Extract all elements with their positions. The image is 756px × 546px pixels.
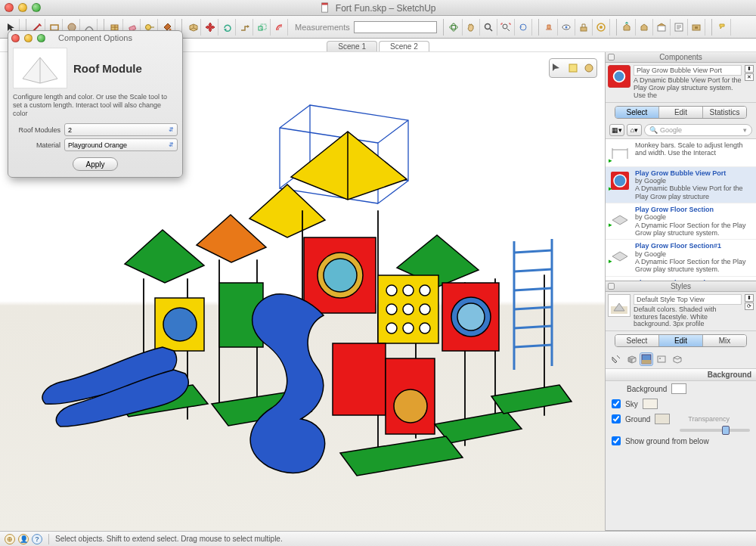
component-name-field[interactable]: Play Grow Bubble View Port bbox=[634, 65, 742, 76]
xray-icon[interactable] bbox=[551, 62, 563, 74]
svg-point-40 bbox=[386, 285, 397, 296]
modeling-settings-icon[interactable] bbox=[670, 352, 683, 366]
credits-icon[interactable]: 👤 bbox=[18, 534, 29, 544]
svg-rect-1 bbox=[322, 2, 328, 5]
face-settings-icon[interactable] bbox=[624, 352, 638, 366]
watermark-settings-icon[interactable] bbox=[655, 352, 668, 366]
components-tab-edit[interactable]: Edit bbox=[659, 107, 703, 118]
previous-view-tool[interactable] bbox=[516, 19, 532, 36]
background-color-swatch[interactable] bbox=[671, 383, 686, 394]
svg-point-51 bbox=[457, 303, 485, 330]
section-plane-tool[interactable] bbox=[593, 19, 610, 36]
svg-point-66 bbox=[614, 71, 625, 82]
svg-point-11 bbox=[452, 23, 456, 31]
status-hint: Select objects. Shift to extend select. … bbox=[55, 535, 283, 543]
zoom-extents-tool[interactable] bbox=[498, 19, 515, 36]
walk-tool[interactable] bbox=[576, 19, 593, 36]
apply-button[interactable]: Apply bbox=[73, 157, 118, 171]
styles-tab-edit[interactable]: Edit bbox=[659, 335, 703, 346]
component-options-dialog[interactable]: Component Options Roof Module Configure … bbox=[8, 30, 183, 178]
material-select[interactable]: Playground Orange⇵ bbox=[64, 138, 178, 151]
list-item[interactable]: ▸ Play Grow Floor Sectionby GoogleA Dyna… bbox=[606, 203, 756, 240]
ground-color-swatch[interactable] bbox=[655, 414, 670, 424]
svg-point-77 bbox=[659, 358, 661, 359]
scene-tab-1[interactable]: Scene 1 bbox=[327, 41, 377, 51]
position-camera-tool[interactable] bbox=[541, 19, 558, 36]
offset-tool[interactable] bbox=[271, 19, 288, 36]
help-icon[interactable]: ? bbox=[32, 534, 42, 544]
components-tabs: Select Edit Statistics bbox=[615, 106, 747, 119]
scale-tool[interactable] bbox=[254, 19, 271, 36]
geo-location-icon[interactable]: ⊕ bbox=[5, 534, 15, 544]
zoom-window-button[interactable] bbox=[32, 3, 41, 12]
svg-point-3 bbox=[68, 23, 76, 31]
styles-panel: Styles Default Style Top View Default co… bbox=[606, 281, 756, 531]
background-label: Background bbox=[627, 385, 667, 393]
extension-tool[interactable] bbox=[689, 19, 705, 36]
dialog-component-name: Roof Module bbox=[73, 62, 142, 75]
layout-tool[interactable] bbox=[671, 19, 688, 36]
list-item[interactable]: ▸ Play Grow Bubble View Portby GoogleA D… bbox=[606, 167, 756, 203]
view-mode-button[interactable]: ▦▾ bbox=[609, 124, 624, 136]
sky-color-swatch[interactable] bbox=[643, 399, 658, 409]
svg-line-65 bbox=[514, 345, 552, 347]
svg-point-54 bbox=[394, 389, 427, 423]
move-tool[interactable] bbox=[202, 19, 218, 36]
minimize-window-button[interactable] bbox=[18, 3, 27, 12]
measurements-input[interactable] bbox=[354, 21, 437, 33]
svg-point-10 bbox=[450, 25, 457, 29]
svg-line-64 bbox=[514, 326, 552, 328]
sky-checkbox[interactable] bbox=[612, 399, 621, 408]
help-tool[interactable] bbox=[714, 19, 731, 36]
svg-point-44 bbox=[403, 304, 414, 315]
follow-me-tool[interactable] bbox=[237, 19, 253, 36]
components-tab-statistics[interactable]: Statistics bbox=[703, 107, 746, 118]
get-models-tool[interactable] bbox=[619, 19, 636, 36]
document-icon bbox=[320, 2, 330, 13]
orbit-tool[interactable] bbox=[446, 19, 463, 36]
scene-tab-2[interactable]: Scene 2 bbox=[379, 41, 429, 51]
svg-rect-24 bbox=[569, 64, 577, 72]
pan-tool[interactable] bbox=[463, 19, 480, 36]
show-ground-checkbox[interactable] bbox=[612, 436, 621, 445]
components-list[interactable]: ▸ Monkey bars. Scale to adjust length an… bbox=[606, 138, 756, 281]
push-pull-tool[interactable] bbox=[184, 19, 201, 36]
look-around-tool[interactable] bbox=[559, 19, 575, 36]
style-nav-updown[interactable]: ⬍⟳ bbox=[745, 294, 754, 329]
svg-point-45 bbox=[420, 304, 430, 315]
window-titlebar: Fort Fun.skp – SketchUp bbox=[0, 0, 756, 16]
transparency-slider[interactable] bbox=[680, 429, 750, 432]
list-item[interactable]: ▸ Monkey bars. Scale to adjust length an… bbox=[606, 139, 756, 167]
styles-tab-select[interactable]: Select bbox=[615, 335, 659, 346]
edge-settings-icon[interactable] bbox=[609, 352, 623, 366]
style-icon[interactable] bbox=[583, 62, 595, 74]
svg-line-62 bbox=[514, 288, 552, 290]
svg-point-6 bbox=[145, 24, 150, 29]
style-name-field[interactable]: Default Style Top View bbox=[634, 294, 742, 305]
component-nav-updown[interactable]: ⬍✕ bbox=[745, 65, 754, 100]
home-button[interactable]: ⌂▾ bbox=[627, 124, 642, 136]
svg-point-25 bbox=[585, 64, 593, 72]
show-ground-label: Show ground from below bbox=[625, 437, 709, 445]
list-item[interactable]: ▸ Play Grow Floor Section#1by GoogleA Dy… bbox=[606, 240, 756, 276]
status-bar: ⊕ 👤 ? Select objects. Shift to extend se… bbox=[0, 531, 756, 546]
components-panel: Components Play Grow Bubble View Port A … bbox=[606, 52, 756, 281]
ground-checkbox[interactable] bbox=[612, 414, 621, 423]
hand-icon[interactable] bbox=[567, 62, 579, 74]
components-panel-title[interactable]: Components bbox=[606, 52, 756, 63]
rotate-tool[interactable] bbox=[219, 19, 236, 36]
styles-panel-title[interactable]: Styles bbox=[606, 281, 756, 292]
svg-rect-23 bbox=[695, 26, 698, 29]
roof-modules-select[interactable]: 2⇵ bbox=[64, 123, 178, 136]
close-window-button[interactable] bbox=[5, 3, 14, 12]
material-label: Material bbox=[13, 141, 64, 149]
list-item[interactable]: ▸ Play Grow Floor Section#2by GoogleA Dy… bbox=[606, 277, 756, 281]
zoom-tool[interactable] bbox=[481, 19, 497, 36]
component-search[interactable]: 🔍Google▾ bbox=[644, 124, 752, 136]
background-settings-icon[interactable] bbox=[640, 352, 653, 366]
3d-warehouse-tool[interactable] bbox=[654, 19, 671, 36]
section-header: Background bbox=[606, 368, 756, 381]
components-tab-select[interactable]: Select bbox=[615, 107, 659, 118]
share-model-tool[interactable] bbox=[637, 19, 653, 36]
styles-tab-mix[interactable]: Mix bbox=[703, 335, 746, 346]
